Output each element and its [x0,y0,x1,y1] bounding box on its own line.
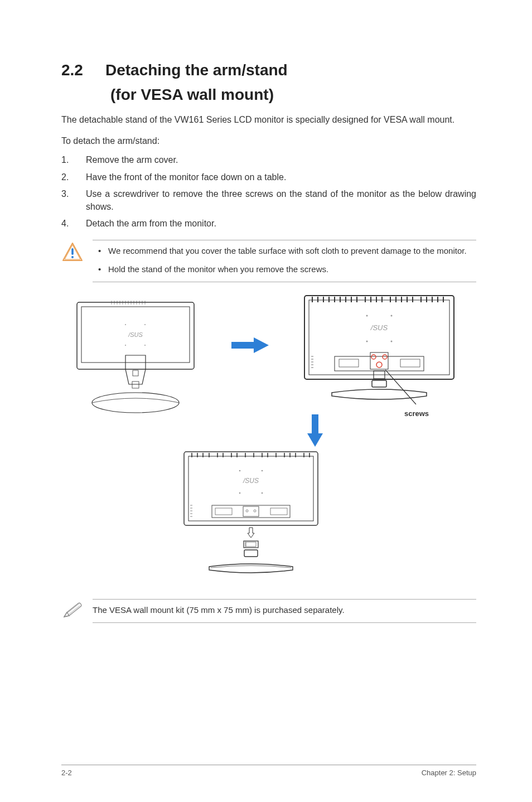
screws-label: screws [404,409,429,418]
svg-rect-103 [243,506,259,516]
svg-rect-0 [71,248,74,255]
monitor-detached-view: /SUS [178,448,323,582]
step-item: 2.Have the front of the monitor face dow… [61,171,476,183]
svg-point-94 [262,492,263,494]
arrow-right-icon [229,334,273,356]
svg-point-54 [391,341,393,342]
screws-callout-line [385,370,424,409]
svg-rect-102 [270,508,287,515]
warning-content: We recommend that you cover the table su… [93,240,476,282]
step-number: 2. [61,171,69,183]
svg-rect-100 [212,505,290,518]
svg-point-20 [125,345,126,346]
monitor-back-screws-view: /SUS [301,292,457,404]
svg-line-110 [67,604,79,613]
warning-item: We recommend that you cover the table su… [93,245,476,257]
svg-rect-22 [133,370,138,376]
svg-point-91 [239,470,241,472]
svg-point-92 [262,470,263,472]
page-footer: 2-2 Chapter 2: Setup [61,765,476,777]
svg-point-53 [366,341,368,342]
svg-rect-26 [309,300,449,375]
warning-block: We recommend that you cover the table su… [61,240,476,282]
svg-rect-101 [215,508,232,515]
svg-rect-70 [184,452,318,525]
warning-icon [61,240,93,282]
svg-rect-23 [132,381,139,388]
step-text: Use a screwdriver to remove the three sc… [86,189,476,211]
svg-rect-108 [246,542,256,547]
arrow-down-icon [304,412,326,450]
svg-text:/SUS: /SUS [128,331,143,338]
step-item: 1.Remove the arm cover. [61,154,476,166]
svg-point-18 [125,324,126,325]
step-number: 1. [61,154,69,166]
note-text: The VESA wall mount kit (75 mm x 75 mm) … [93,604,476,616]
svg-point-19 [144,324,146,325]
svg-rect-60 [335,356,424,371]
section-heading: 2.2Detaching the arm/stand [61,61,476,79]
section-number: 2.2 [61,61,83,79]
diagram-area: /SUS /SUS [61,292,476,588]
chapter-label: Chapter 2: Setup [422,769,476,777]
svg-point-21 [144,345,146,346]
svg-point-104 [246,510,248,512]
warning-item: Hold the stand of the monitor when you r… [93,263,476,275]
step-item: 4.Detach the arm from the monitor. [61,218,476,230]
step-number: 4. [61,218,69,230]
steps-intro: To detach the arm/stand: [61,136,476,146]
svg-rect-68 [372,380,386,387]
svg-point-105 [254,510,256,512]
step-item: 3.Use a screwdriver to remove the three … [61,188,476,213]
svg-point-51 [366,315,368,317]
svg-rect-71 [188,456,313,521]
svg-point-1 [71,256,74,258]
pen-icon [61,599,93,623]
note-block: The VESA wall mount kit (75 mm x 75 mm) … [61,599,476,623]
svg-text:/SUS: /SUS [243,477,259,485]
svg-rect-25 [304,296,454,379]
svg-text:/SUS: /SUS [370,323,388,332]
svg-rect-61 [339,359,359,367]
monitor-front-view: /SUS [72,298,206,415]
intro-paragraph: The detachable stand of the VW161 Series… [61,114,476,126]
steps-list: 1.Remove the arm cover. 2.Have the front… [61,154,476,230]
svg-point-66 [376,362,382,368]
svg-point-65 [383,355,387,359]
step-text: Have the front of the monitor face down … [86,172,286,182]
svg-point-64 [371,355,376,359]
note-content: The VESA wall mount kit (75 mm x 75 mm) … [93,599,476,623]
svg-line-69 [385,370,416,404]
page-number: 2-2 [61,769,72,777]
svg-point-24 [92,393,179,413]
svg-point-93 [239,492,241,494]
step-text: Detach the arm from the monitor. [86,219,216,228]
step-text: Remove the arm cover. [86,155,178,165]
section-title-line2: (for VESA wall mount) [110,86,476,104]
svg-point-52 [391,315,393,317]
step-number: 3. [61,188,69,200]
svg-rect-62 [400,359,420,367]
section-title-line1: Detaching the arm/stand [105,61,288,79]
svg-rect-109 [244,550,258,557]
